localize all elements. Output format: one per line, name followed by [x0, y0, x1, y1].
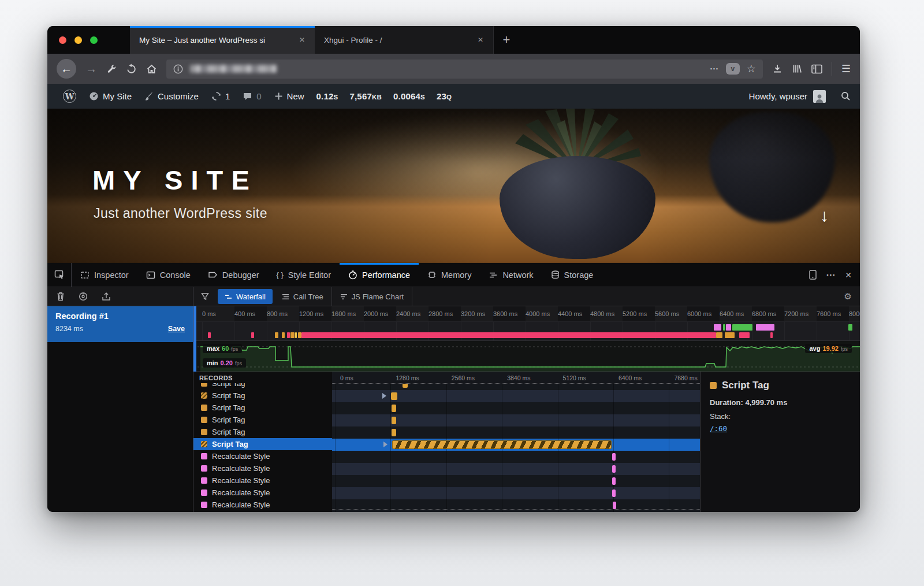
record-row-label-script[interactable]: Script Tag: [193, 414, 332, 426]
close-window-button[interactable]: [59, 36, 66, 44]
record-row-track[interactable]: [332, 414, 700, 426]
script-waterfall-tick[interactable]: [403, 384, 408, 388]
record-row-track[interactable]: [332, 439, 700, 451]
record-row-track[interactable]: [332, 384, 700, 390]
wp-my-site-link[interactable]: My Site: [83, 84, 138, 109]
import-recording-icon[interactable]: [102, 292, 111, 301]
style-waterfall-tick[interactable]: [612, 477, 616, 485]
wp-updates-link[interactable]: 1: [205, 84, 236, 109]
tab-inspector[interactable]: Inspector: [72, 263, 137, 287]
filter-icon[interactable]: [193, 287, 217, 306]
bookmark-star-icon[interactable]: ☆: [747, 62, 756, 75]
browser-tab-xhgui[interactable]: Xhgui - Profile - / ✕: [315, 26, 494, 54]
devtools-menu-icon[interactable]: ⋯: [826, 269, 836, 280]
style-waterfall-tick[interactable]: [613, 502, 616, 509]
responsive-mode-icon[interactable]: [809, 270, 817, 280]
clear-recordings-icon[interactable]: [57, 292, 65, 301]
view-tab-js-flame-chart[interactable]: JS Flame Chart: [332, 287, 412, 306]
pick-element-icon[interactable]: [47, 263, 72, 287]
recording-save-link[interactable]: Save: [168, 325, 185, 333]
style-waterfall-tick[interactable]: [612, 465, 616, 473]
performance-settings-gear-icon[interactable]: ⚙: [836, 287, 860, 306]
new-tab-button[interactable]: +: [494, 26, 519, 54]
tab-close-icon[interactable]: ✕: [296, 34, 308, 46]
record-row-track[interactable]: [332, 390, 700, 402]
window-controls: [47, 26, 130, 54]
query-monitor-stat[interactable]: 7,567KB: [344, 91, 388, 101]
style-waterfall-tick[interactable]: [612, 489, 616, 497]
record-row-label-script[interactable]: Script Tag: [193, 390, 332, 402]
query-monitor-stat[interactable]: 0.12S: [311, 91, 344, 101]
record-row-track[interactable]: [332, 451, 700, 463]
tab-console[interactable]: Console: [137, 263, 199, 287]
record-row-track[interactable]: [332, 402, 700, 414]
forward-button[interactable]: →: [85, 62, 97, 76]
query-monitor-stat[interactable]: 23Q: [431, 91, 457, 101]
script-waterfall-tick[interactable]: [392, 417, 396, 424]
style-waterfall-tick[interactable]: [612, 453, 616, 461]
tab-network[interactable]: Network: [480, 263, 542, 287]
tab-performance[interactable]: Performance: [340, 263, 419, 287]
scroll-down-arrow[interactable]: ↓: [820, 206, 829, 225]
tab-debugger[interactable]: Debugger: [199, 263, 268, 287]
styles-lane-segment-green: [848, 324, 852, 331]
record-row-track[interactable]: [332, 487, 700, 499]
wp-comments-link[interactable]: 0: [236, 84, 267, 109]
waterfall-overview[interactable]: [193, 322, 860, 341]
records-waterfall-chart[interactable]: 0 ms1280 ms2560 ms3840 ms5120 ms6400 ms7…: [332, 372, 700, 512]
avatar[interactable]: [813, 90, 826, 103]
menu-icon[interactable]: ☰: [841, 62, 851, 75]
record-row-label-script[interactable]: Script Tag: [193, 383, 332, 390]
record-row-label-style[interactable]: Recalculate Style: [193, 462, 332, 474]
view-tab-call-tree[interactable]: Call Tree: [274, 287, 332, 306]
wp-howdy-text[interactable]: Howdy, wpuser: [749, 91, 807, 101]
url-bar[interactable]: ⋯ v ☆: [166, 60, 763, 79]
record-row-track[interactable]: [332, 426, 700, 439]
record-row-label-script[interactable]: Script Tag: [193, 426, 332, 438]
overview-selection-handle[interactable]: [193, 306, 196, 372]
expand-triangle-icon[interactable]: [382, 393, 386, 399]
record-row-label-style[interactable]: Recalculate Style: [193, 474, 332, 487]
wp-logo-menu[interactable]: W: [57, 84, 83, 109]
view-tab-waterfall[interactable]: Waterfall: [218, 289, 273, 304]
sidebars-icon[interactable]: [811, 64, 822, 74]
record-row-track[interactable]: [332, 463, 700, 475]
devtools-close-icon[interactable]: ✕: [845, 270, 852, 280]
pocket-icon[interactable]: v: [726, 63, 740, 75]
search-icon[interactable]: [841, 91, 851, 101]
library-icon[interactable]: [792, 64, 802, 74]
wrench-icon[interactable]: [106, 64, 117, 74]
record-row-label-script[interactable]: Script Tag: [193, 402, 332, 414]
back-button[interactable]: ←: [57, 59, 76, 79]
record-performance-icon[interactable]: [79, 292, 88, 301]
record-row-label-style[interactable]: Recalculate Style: [193, 499, 332, 511]
tab-storage[interactable]: Storage: [542, 263, 602, 287]
query-monitor-stats: 0.12S7,567KB0.0064S23Q: [311, 91, 458, 101]
expand-triangle-icon[interactable]: [383, 442, 388, 447]
wp-customize-link[interactable]: Customize: [138, 84, 205, 109]
home-icon[interactable]: [146, 64, 157, 75]
tab-memory[interactable]: Memory: [419, 263, 480, 287]
download-icon[interactable]: [772, 64, 783, 74]
tab-close-icon[interactable]: ✕: [475, 34, 486, 46]
browser-tab-my-site[interactable]: My Site – Just another WordPress si ✕: [130, 26, 315, 54]
record-row-label-script[interactable]: Script Tag: [193, 438, 332, 450]
script-waterfall-tick[interactable]: [392, 429, 396, 436]
wp-new-link[interactable]: New: [268, 84, 311, 109]
record-row-label-style[interactable]: Recalculate Style: [193, 487, 332, 499]
script-waterfall-tick[interactable]: [391, 392, 397, 400]
reload-icon[interactable]: [126, 64, 137, 75]
recording-item[interactable]: Recording #1 8234 ms Save: [47, 306, 193, 342]
script-tag-waterfall-bar[interactable]: [392, 440, 612, 449]
minimize-window-button[interactable]: [74, 36, 82, 44]
page-actions-icon[interactable]: ⋯: [710, 64, 719, 74]
zoom-window-button[interactable]: [90, 36, 98, 44]
stack-frame-link[interactable]: /:60: [710, 424, 727, 433]
site-tagline: Just another WordPress site: [94, 206, 267, 221]
overview-time-ruler[interactable]: 0 ms400 ms800 ms1200 ms1600 ms2000 ms240…: [193, 306, 860, 322]
query-monitor-stat[interactable]: 0.0064S: [388, 91, 431, 101]
record-row-track[interactable]: [332, 475, 700, 487]
tab-style-editor[interactable]: { } Style Editor: [268, 263, 340, 287]
record-row-label-style[interactable]: Recalculate Style: [193, 450, 332, 462]
script-waterfall-tick[interactable]: [392, 405, 396, 412]
